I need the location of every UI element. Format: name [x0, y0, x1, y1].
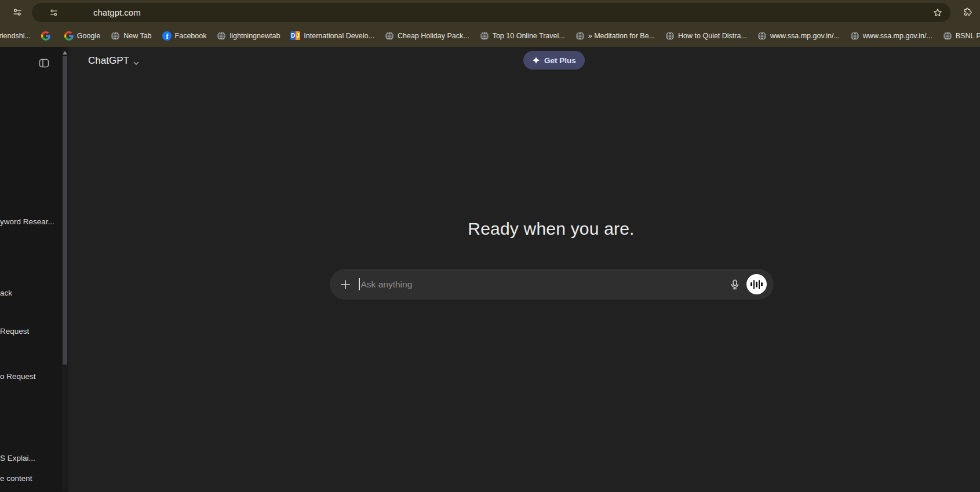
- sidebar-toggle-icon[interactable]: [38, 57, 50, 69]
- extensions-puzzle-icon[interactable]: [963, 7, 972, 17]
- model-name: ChatGPT: [88, 55, 129, 67]
- globe-favicon: [111, 31, 120, 41]
- google-favicon: [64, 31, 74, 41]
- greeting-heading: Ready when you are.: [468, 219, 634, 239]
- bookmark-item[interactable]: [41, 31, 54, 41]
- voice-mode-button[interactable]: [746, 274, 767, 294]
- bookmark-item[interactable]: Cheap Holiday Pack...: [385, 31, 469, 41]
- bookmark-item[interactable]: Top 10 Online Travel...: [480, 31, 565, 41]
- globe-favicon: [943, 31, 952, 41]
- browser-chrome: chatgpt.com Friendshi... Google: [0, 0, 980, 47]
- sidebar-item[interactable]: Request: [0, 327, 29, 336]
- globe-favicon: [385, 31, 394, 41]
- scrollbar-thumb[interactable]: [63, 56, 67, 365]
- get-plus-button[interactable]: Get Plus: [523, 51, 585, 70]
- sparkle-icon: [532, 56, 540, 64]
- attach-plus-icon[interactable]: [340, 279, 351, 290]
- sidebar-item[interactable]: S Explai...: [0, 454, 35, 462]
- bookmark-item[interactable]: Friendshi...: [0, 32, 31, 40]
- sidebar-scrollbar[interactable]: [62, 48, 68, 491]
- globe-favicon: [757, 31, 767, 41]
- chatgpt-sidebar: yword Resear... ack Request o Request S …: [0, 47, 68, 492]
- chatgpt-main: ChatGPT Get Plus Ready when you are.: [68, 47, 980, 492]
- bookmark-item[interactable]: New Tab: [111, 31, 151, 41]
- bookmarks-bar: Friendshi... Google New Tab f Facebook l…: [0, 24, 980, 47]
- sidebar-item[interactable]: ack: [0, 289, 12, 297]
- sidebar-item[interactable]: yword Resear...: [0, 217, 54, 226]
- model-switcher[interactable]: ChatGPT: [88, 55, 140, 67]
- globe-favicon: [665, 31, 675, 41]
- get-plus-label: Get Plus: [544, 56, 576, 65]
- bookmark-item[interactable]: » Meditation for Be...: [575, 31, 655, 41]
- google-favicon: [41, 31, 50, 41]
- bookmark-star-icon[interactable]: [932, 8, 943, 18]
- bookmark-item[interactable]: www.ssa.mp.gov.in/...: [757, 31, 840, 41]
- sidebar-item[interactable]: o Request: [0, 372, 36, 381]
- bookmark-item[interactable]: BSNL Portal || Value...: [943, 31, 980, 41]
- page-content: yword Resear... ack Request o Request S …: [0, 47, 980, 492]
- waveform-icon: [756, 282, 757, 287]
- microphone-icon[interactable]: [729, 279, 741, 290]
- bookmark-item[interactable]: Google: [64, 31, 100, 41]
- toolbar-sliders-icon[interactable]: [13, 8, 22, 17]
- bookmark-item[interactable]: f Facebook: [162, 31, 207, 41]
- globe-favicon: [575, 31, 585, 41]
- sidebar-item[interactable]: e content: [0, 474, 32, 483]
- address-bar[interactable]: chatgpt.com: [32, 3, 950, 22]
- bookmark-item[interactable]: www.ssa.mp.gov.in/...: [850, 31, 932, 41]
- globe-favicon: [480, 31, 489, 41]
- waveform-icon: [753, 280, 755, 289]
- globe-favicon: [217, 31, 226, 41]
- waveform-icon: [751, 282, 752, 286]
- toolbar: chatgpt.com: [0, 0, 980, 24]
- waveform-icon: [759, 280, 760, 289]
- facebook-favicon: f: [162, 31, 172, 41]
- url-text: chatgpt.com: [93, 8, 141, 17]
- composer-input[interactable]: [360, 279, 730, 290]
- waveform-icon: [761, 282, 763, 286]
- scrollbar-up-arrow-icon[interactable]: [63, 51, 67, 54]
- bookmark-item[interactable]: How to Quiet Distra...: [665, 31, 747, 41]
- chevron-down-icon: [133, 58, 140, 65]
- bookmark-item[interactable]: DJ International Develo...: [290, 31, 374, 40]
- globe-favicon: [850, 31, 859, 41]
- dj-favicon: DJ: [290, 31, 300, 40]
- composer[interactable]: [330, 269, 774, 300]
- browser-window: chatgpt.com Friendshi... Google: [0, 0, 980, 492]
- bookmark-item[interactable]: lightningnewtab: [217, 31, 280, 41]
- site-settings-icon[interactable]: [49, 8, 59, 17]
